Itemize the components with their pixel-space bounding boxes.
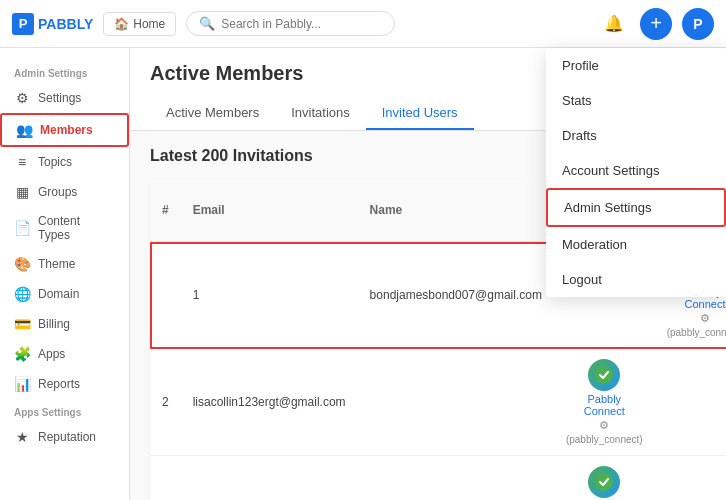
sidebar-item-domain[interactable]: 🌐 Domain bbox=[0, 279, 129, 309]
plus-icon: + bbox=[650, 12, 662, 35]
invited-by-gear-icon: ⚙ bbox=[599, 419, 609, 432]
members-icon: 👥 bbox=[16, 122, 32, 138]
cell-invited-by: Pabbly Connect ⚙ (pabbly_connect) bbox=[554, 349, 655, 456]
sidebar-item-settings[interactable]: ⚙ Settings bbox=[0, 83, 129, 113]
avatar[interactable]: P bbox=[682, 8, 714, 40]
invited-by-avatar bbox=[588, 466, 620, 498]
sidebar-label-reports: Reports bbox=[38, 377, 80, 391]
sidebar-label-content-types: Content Types bbox=[38, 214, 115, 242]
sidebar: Admin Settings ⚙ Settings 👥 Members ≡ To… bbox=[0, 48, 130, 500]
sidebar-label-groups: Groups bbox=[38, 185, 77, 199]
sidebar-item-billing[interactable]: 💳 Billing bbox=[0, 309, 129, 339]
cell-name bbox=[358, 456, 554, 501]
menu-item-account-settings[interactable]: Account Settings bbox=[546, 153, 726, 188]
invited-by-gear-icon: ⚙ bbox=[700, 312, 710, 325]
col-header-num: # bbox=[150, 179, 181, 242]
logo-text: PABBLY bbox=[38, 16, 93, 32]
reputation-icon: ★ bbox=[14, 429, 30, 445]
table-row: 3 gilchrist123456@gmail.com Pabbly Conne… bbox=[150, 456, 726, 501]
col-header-name: Name bbox=[358, 179, 554, 242]
cell-num: 2 bbox=[150, 349, 181, 456]
menu-item-stats[interactable]: Stats bbox=[546, 83, 726, 118]
home-button[interactable]: 🏠 Home bbox=[103, 12, 176, 36]
sidebar-label-domain: Domain bbox=[38, 287, 79, 301]
invited-by-id: (pabbly_connect) bbox=[667, 327, 726, 338]
invited-by-avatar bbox=[588, 359, 620, 391]
cell-email: lisacollin123ergt@gmail.com bbox=[181, 349, 358, 456]
sidebar-label-apps: Apps bbox=[38, 347, 65, 361]
tab-invited-users[interactable]: Invited Users bbox=[366, 97, 474, 130]
invited-by-name[interactable]: Pabbly Connect bbox=[566, 393, 643, 417]
cell-email: gilchrist123456@gmail.com bbox=[181, 456, 358, 501]
sidebar-label-theme: Theme bbox=[38, 257, 75, 271]
sidebar-item-theme[interactable]: 🎨 Theme bbox=[0, 249, 129, 279]
reports-icon: 📊 bbox=[14, 376, 30, 392]
add-button[interactable]: + bbox=[640, 8, 672, 40]
apps-section-label: Apps Settings bbox=[0, 399, 129, 422]
cell-new-member bbox=[655, 456, 726, 501]
sidebar-item-apps[interactable]: 🧩 Apps bbox=[0, 339, 129, 369]
cell-name bbox=[358, 349, 554, 456]
cell-num: 3 bbox=[150, 456, 181, 501]
search-input[interactable] bbox=[221, 17, 382, 31]
invited-by-id: (pabbly_connect) bbox=[566, 434, 643, 445]
cell-email: bondjamesbond007@gmail.com bbox=[358, 242, 554, 349]
cell-num: 1 bbox=[181, 242, 358, 349]
topnav: P PABBLY 🏠 Home 🔍 🔔 + P Profile Stats Dr… bbox=[0, 0, 726, 48]
home-label: Home bbox=[133, 17, 165, 31]
settings-icon: ⚙ bbox=[14, 90, 30, 106]
svg-point-1 bbox=[595, 366, 613, 384]
admin-section-label: Admin Settings bbox=[0, 60, 129, 83]
apps-icon: 🧩 bbox=[14, 346, 30, 362]
sidebar-item-topics[interactable]: ≡ Topics bbox=[0, 147, 129, 177]
domain-icon: 🌐 bbox=[14, 286, 30, 302]
menu-item-admin-settings[interactable]: Admin Settings bbox=[546, 188, 726, 227]
sidebar-label-billing: Billing bbox=[38, 317, 70, 331]
sidebar-item-content-types[interactable]: 📄 Content Types bbox=[0, 207, 129, 249]
cell-invited-by: Pabbly Connect ⚙ (pabbly_connect) bbox=[554, 456, 655, 501]
bell-icon: 🔔 bbox=[604, 14, 624, 33]
groups-icon: ▦ bbox=[14, 184, 30, 200]
svg-point-2 bbox=[595, 473, 613, 491]
notification-button[interactable]: 🔔 bbox=[598, 8, 630, 40]
search-icon: 🔍 bbox=[199, 16, 215, 31]
menu-item-logout[interactable]: Logout bbox=[546, 262, 726, 297]
content-types-icon: 📄 bbox=[14, 220, 30, 236]
logo-icon: P bbox=[12, 13, 34, 35]
theme-icon: 🎨 bbox=[14, 256, 30, 272]
sidebar-item-members[interactable]: 👥 Members bbox=[0, 113, 129, 147]
sidebar-item-reputation[interactable]: ★ Reputation bbox=[0, 422, 129, 452]
sidebar-label-topics: Topics bbox=[38, 155, 72, 169]
billing-icon: 💳 bbox=[14, 316, 30, 332]
app-logo: P PABBLY bbox=[12, 13, 93, 35]
home-icon: 🏠 bbox=[114, 17, 129, 31]
table-row: 2 lisacollin123ergt@gmail.com Pabbly Con… bbox=[150, 349, 726, 456]
sidebar-item-reports[interactable]: 📊 Reports bbox=[0, 369, 129, 399]
menu-item-moderation[interactable]: Moderation bbox=[546, 227, 726, 262]
sidebar-item-groups[interactable]: ▦ Groups bbox=[0, 177, 129, 207]
profile-dropdown: Profile Stats Drafts Account Settings Ad… bbox=[546, 48, 726, 297]
topics-icon: ≡ bbox=[14, 154, 30, 170]
menu-item-drafts[interactable]: Drafts bbox=[546, 118, 726, 153]
sidebar-label-reputation: Reputation bbox=[38, 430, 96, 444]
sidebar-label-settings: Settings bbox=[38, 91, 81, 105]
tab-active-members[interactable]: Active Members bbox=[150, 97, 275, 130]
sidebar-label-members: Members bbox=[40, 123, 93, 137]
cell-new-member bbox=[655, 349, 726, 456]
menu-item-profile[interactable]: Profile bbox=[546, 48, 726, 83]
tab-invitations[interactable]: Invitations bbox=[275, 97, 366, 130]
col-header-email: Email bbox=[181, 179, 358, 242]
search-bar: 🔍 bbox=[186, 11, 395, 36]
